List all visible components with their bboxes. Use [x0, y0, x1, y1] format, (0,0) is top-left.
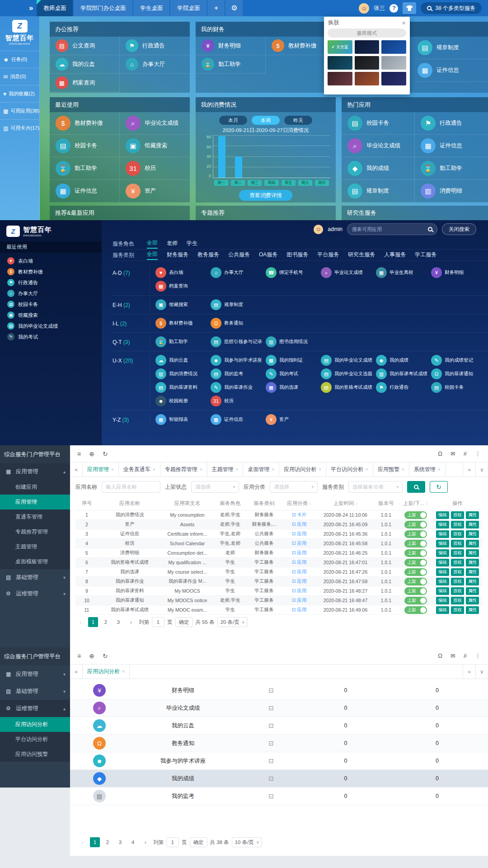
- desktop-tab[interactable]: 学院桌面: [170, 0, 206, 16]
- app-tile[interactable]: ▦ 证件信息: [415, 135, 488, 157]
- column-header[interactable]: 操作: [432, 500, 483, 507]
- column-header[interactable]: 应用英文名: [161, 500, 213, 507]
- globe-icon[interactable]: ⊕: [89, 450, 94, 458]
- app-tile[interactable]: ▦ 证件信息: [50, 180, 120, 203]
- tabs-menu-icon[interactable]: ∨: [475, 462, 488, 476]
- theme-swatch[interactable]: ✔ 天空蓝: [328, 40, 352, 54]
- theme-swatch[interactable]: [381, 72, 406, 85]
- directory-app[interactable]: Ω 教务通知: [211, 316, 266, 330]
- directory-app[interactable]: ☻ 我参与的学术讲座: [211, 354, 266, 367]
- publish-toggle[interactable]: 上架: [404, 578, 427, 585]
- tag-icon[interactable]: #: [464, 450, 467, 457]
- property-button[interactable]: 属性: [466, 530, 479, 538]
- app-tile[interactable]: ▤ 规章制度: [342, 180, 415, 203]
- service-select[interactable]: 选择服务分类▾: [348, 481, 403, 493]
- app-tile[interactable]: ¥ 财务明细: [196, 37, 266, 55]
- tabs-scroll-right[interactable]: »: [463, 462, 475, 476]
- sidebar-item[interactable]: ♥ 我的收藏(2): [0, 85, 39, 102]
- publish-toggle[interactable]: 上架: [404, 559, 427, 566]
- page-number[interactable]: 2: [103, 837, 113, 847]
- app-tile[interactable]: ⌛ 勤工助学: [50, 157, 120, 180]
- cell-app-type[interactable]: ⊡ 应用: [281, 559, 317, 566]
- edit-button[interactable]: 编辑: [436, 549, 449, 557]
- page-number[interactable]: 3: [113, 617, 123, 627]
- cell-app-type[interactable]: ⊡ 应用: [281, 550, 317, 556]
- tab-close-icon[interactable]: ×: [153, 467, 155, 472]
- bell-icon[interactable]: Ω: [438, 450, 442, 457]
- tab-close-icon[interactable]: ×: [236, 467, 239, 472]
- table-row[interactable]: 2 资产 Assets 老师,学生 财务服务,... ⊡ 应用 2020-08-…: [75, 520, 483, 529]
- edit-button[interactable]: 编辑: [436, 587, 449, 595]
- directory-app[interactable]: ▣ 馆藏搜索: [155, 298, 211, 311]
- theme-swatch[interactable]: [355, 72, 380, 85]
- app-tile[interactable]: ☁ 我的云盘: [50, 55, 120, 74]
- edit-button[interactable]: 编辑: [436, 540, 449, 547]
- menu-parent[interactable]: ▦ 应用管理 ▾: [0, 665, 70, 683]
- cell-app-type[interactable]: ⊡ 应用: [281, 597, 317, 604]
- confirm-button[interactable]: 确定: [190, 837, 207, 847]
- theme-swatch[interactable]: [328, 56, 352, 70]
- directory-app[interactable]: ☻ 校园相册: [155, 394, 211, 408]
- page-size-select[interactable]: 20 条/页∨: [217, 617, 248, 627]
- property-button[interactable]: 属性: [466, 511, 479, 519]
- recent-app-item[interactable]: ♥ 表白墙: [0, 255, 102, 266]
- menu-child[interactable]: 应用访问预警: [0, 747, 70, 762]
- edit-button[interactable]: 编辑: [436, 559, 449, 566]
- prev-page-icon[interactable]: ‹: [77, 837, 87, 847]
- sidebar-item[interactable]: ✉ 消息(0): [0, 68, 39, 85]
- next-page-icon[interactable]: ›: [126, 617, 136, 627]
- tab-close-icon[interactable]: ×: [438, 467, 441, 472]
- table-row[interactable]: 7 我的选课 My course select... 学生 学工服务 ⊡ 应用 …: [75, 567, 483, 577]
- admin-tab[interactable]: 系统管理 ×: [409, 462, 446, 476]
- more-icon[interactable]: ⋮: [475, 450, 481, 457]
- table-row[interactable]: 11 我的慕课考试成绩 My MOOC exam... 学生 学工服务 ⊡ 应用…: [75, 605, 483, 615]
- sidebar-item[interactable]: ▦ 可用应用(38): [0, 102, 39, 119]
- menu-parent[interactable]: ⚙ 运维管理 ▴: [0, 700, 70, 717]
- app-tile[interactable]: $ 教材费补缴: [50, 112, 120, 135]
- column-header[interactable]: 应用分类 ↕: [281, 500, 317, 507]
- desktop-settings-icon[interactable]: ⚙: [225, 0, 243, 16]
- message-icon[interactable]: ✉: [450, 450, 455, 457]
- directory-app[interactable]: ▦ 我的报到证: [266, 354, 321, 367]
- directory-app[interactable]: ▦ 智能报表: [155, 413, 211, 426]
- bell-icon[interactable]: Ω: [438, 652, 442, 659]
- page-number[interactable]: 4: [128, 837, 138, 847]
- analytics-row[interactable]: ▤ 我的监考 ⊡ 0 0: [70, 788, 488, 805]
- column-header[interactable]: 序号: [75, 500, 98, 507]
- menu-parent[interactable]: ⚙ 运维管理 ▾: [0, 585, 70, 602]
- theme-swatch[interactable]: [355, 40, 380, 54]
- directory-app[interactable]: ⌂ 办事大厅: [211, 266, 266, 279]
- more-icon[interactable]: ⋮: [475, 652, 481, 659]
- authorize-button[interactable]: 授权: [451, 606, 464, 614]
- column-header[interactable]: 版本号: [374, 500, 399, 507]
- app-tile[interactable]: ▤ 公文查询: [50, 37, 120, 55]
- admin-tab[interactable]: 应用访问分析 ×: [83, 665, 130, 679]
- app-tile[interactable]: ▦ 证件信息: [416, 59, 488, 82]
- column-header[interactable]: 服务角色: [213, 500, 247, 507]
- app-tile[interactable]: ⌛ 勤工助学: [196, 55, 266, 74]
- cell-app-type[interactable]: ⊡ 应用: [281, 607, 317, 613]
- tabs-menu-icon[interactable]: ∨: [475, 665, 488, 679]
- table-row[interactable]: 3 证件信息 Certificate inform... 学生,老师 公共服务 …: [75, 529, 483, 539]
- directory-app[interactable]: ▤ 我的毕业论文成绩: [321, 354, 376, 367]
- close-search-button[interactable]: 关闭搜索: [442, 223, 476, 235]
- analytics-row[interactable]: ☻ 我参与的学术讲座 ⊡ 0 0: [70, 752, 488, 770]
- edit-button[interactable]: 编辑: [436, 578, 449, 585]
- cell-app-type[interactable]: ⊡ 卡片: [281, 512, 317, 518]
- property-button[interactable]: 属性: [466, 559, 479, 566]
- directory-app[interactable]: ▤ 规章制度: [211, 298, 266, 311]
- property-button[interactable]: 属性: [466, 606, 479, 614]
- directory-app[interactable]: ⌛ 勤工助学: [155, 335, 211, 349]
- menu-parent[interactable]: ▧ 基础管理 ▾: [0, 683, 70, 700]
- menu-child[interactable]: 专题推荐管理: [0, 524, 70, 539]
- filter-option[interactable]: 研究生服务: [348, 251, 375, 259]
- directory-app[interactable]: ¥ 财务明细: [431, 266, 486, 279]
- column-header[interactable]: 上架/下... ↕: [399, 500, 432, 507]
- directory-app[interactable]: ▦ 毕业生离校: [376, 266, 431, 279]
- recent-app-item[interactable]: ⚑ 行政通告: [0, 277, 102, 288]
- property-button[interactable]: 属性: [466, 568, 479, 576]
- menu-child[interactable]: 桌面模板管理: [0, 554, 70, 569]
- tab-close-icon[interactable]: ×: [111, 467, 114, 472]
- desktop-tab[interactable]: 学生桌面: [133, 0, 169, 16]
- table-row[interactable]: 4 校历 School Calendar 学生,老师 公共服务 ⊡ 应用 202…: [75, 539, 483, 548]
